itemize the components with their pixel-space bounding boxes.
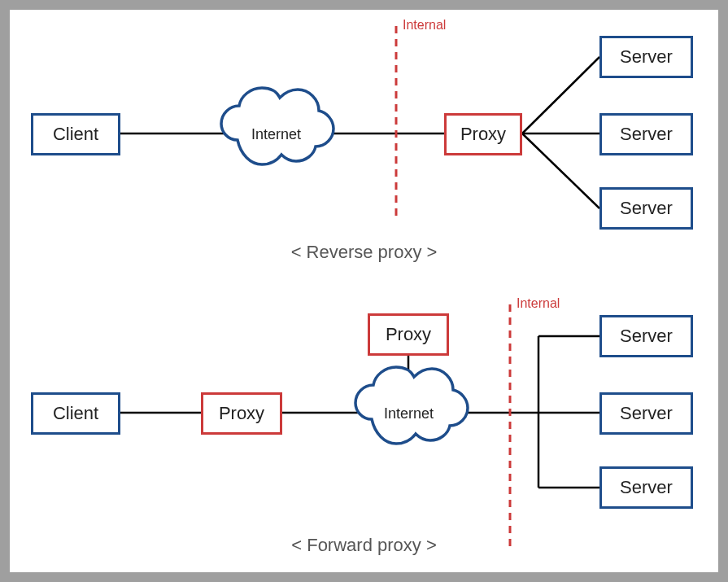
server-label: Server <box>620 326 673 347</box>
server-label: Server <box>620 477 673 498</box>
proxy-box: Proxy <box>201 392 282 435</box>
proxy-box: Proxy <box>444 113 522 155</box>
server-box: Server <box>599 315 693 357</box>
server-label: Server <box>620 46 673 68</box>
client-label: Client <box>53 403 98 424</box>
forward-proxy-caption: < Forward proxy > <box>10 535 718 556</box>
server-box: Server <box>599 36 693 78</box>
internal-label-top: Internal <box>403 18 446 33</box>
server-box: Server <box>599 466 693 509</box>
proxy-label: Proxy <box>460 124 506 145</box>
client-label: Client <box>53 124 98 145</box>
server-label: Server <box>620 403 673 424</box>
server-box: Server <box>599 113 693 155</box>
svg-line-4 <box>522 133 599 208</box>
client-box: Client <box>31 113 120 155</box>
internet-label: Internet <box>251 126 301 143</box>
server-label: Server <box>620 124 673 145</box>
client-box: Client <box>31 392 120 435</box>
server-box: Server <box>599 392 693 435</box>
diagram-page: Client Internet Internal Proxy Server Se… <box>10 10 718 572</box>
internal-label-bottom: Internal <box>517 296 560 311</box>
proxy-label: Proxy <box>386 324 431 345</box>
server-label: Server <box>620 198 673 219</box>
internet-label: Internet <box>384 405 434 422</box>
server-box: Server <box>599 187 693 230</box>
proxy-box: Proxy <box>368 313 449 356</box>
reverse-proxy-caption: < Reverse proxy > <box>10 242 718 263</box>
svg-line-2 <box>522 57 599 133</box>
proxy-label: Proxy <box>219 403 264 424</box>
